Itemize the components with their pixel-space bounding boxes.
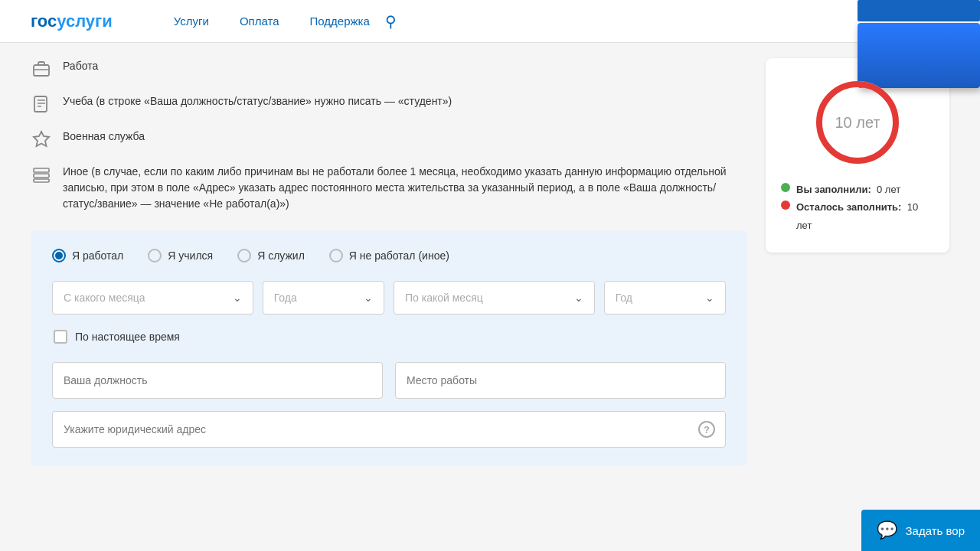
layers-icon (31, 164, 52, 185)
header-top-button[interactable] (858, 0, 980, 21)
filled-dot (781, 183, 790, 192)
position-input[interactable] (52, 362, 383, 399)
search-icon[interactable]: ⚲ (385, 12, 397, 31)
radio-group: Я работал Я учился Я служил Я не работал… (52, 249, 726, 262)
header: госуслуги Услуги Оплата Поддержка ⚲ (0, 0, 980, 43)
form-section: Я работал Я учился Я служил Я не работал… (31, 230, 747, 466)
list-item: Учеба (в строке «Ваша должность/статус/з… (31, 93, 747, 115)
radio-served-circle (237, 249, 251, 262)
position-workplace-row (52, 362, 726, 399)
to-year-select[interactable]: Год ⌄ (604, 281, 726, 315)
svg-marker-6 (34, 132, 49, 146)
to-year-chevron-icon: ⌄ (705, 292, 714, 304)
legend-filled-text: Вы заполнили: 0 лет (796, 181, 900, 198)
from-month-select[interactable]: С какого месяца ⌄ (52, 281, 253, 315)
radio-studied-label: Я учился (168, 249, 213, 262)
radio-served-label: Я служил (257, 249, 305, 262)
header-right-buttons (858, 0, 980, 88)
progress-legend: Вы заполнили: 0 лет Осталось заполнить: … (781, 181, 934, 234)
help-icon[interactable]: ? (698, 421, 715, 438)
chat-icon: 💬 (877, 520, 897, 540)
logo-uslugi: услуги (57, 11, 113, 31)
present-checkbox-label: По настоящее время (75, 331, 180, 343)
present-checkbox[interactable] (54, 330, 67, 344)
address-input[interactable] (52, 411, 726, 448)
logo: госуслуги (31, 11, 113, 31)
svg-rect-0 (34, 65, 49, 76)
from-year-select[interactable]: Года ⌄ (263, 281, 384, 315)
chat-label: Задать вор (905, 524, 965, 537)
work-text: Работа (63, 58, 747, 74)
workplace-input[interactable] (395, 362, 726, 399)
circle-label: 10 лет (835, 114, 880, 132)
info-list: Работа Учеба (в строке «Ваша должность/с… (31, 58, 747, 212)
date-row: С какого месяца ⌄ Года ⌄ По какой месяц … (52, 281, 726, 315)
to-month-label: По какой месяц (405, 292, 483, 304)
list-item: Иное (в случае, если по каким либо причи… (31, 164, 747, 212)
checkbox-row: По настоящее время (52, 330, 726, 344)
nav-support[interactable]: Поддержка (310, 15, 370, 28)
sidebar: 10 лет Вы заполнили: 0 лет Осталось запо… (766, 58, 949, 466)
legend-remaining: Осталось заполнить: 10 лет (781, 198, 934, 234)
to-year-label: Год (616, 292, 632, 304)
legend-filled: Вы заполнили: 0 лет (781, 181, 934, 198)
from-year-label: Года (274, 292, 297, 304)
radio-notworked[interactable]: Я не работал (иное) (329, 249, 449, 262)
study-text: Учеба (в строке «Ваша должность/статус/з… (63, 93, 747, 109)
from-month-chevron-icon: ⌄ (233, 292, 242, 304)
to-month-chevron-icon: ⌄ (574, 292, 583, 304)
to-month-select[interactable]: По какой месяц ⌄ (394, 281, 595, 315)
logo-gos: гос (31, 11, 57, 31)
from-year-chevron-icon: ⌄ (364, 292, 373, 304)
progress-circle: 10 лет (812, 77, 903, 168)
radio-studied[interactable]: Я учился (148, 249, 213, 262)
radio-worked[interactable]: Я работал (52, 249, 123, 262)
list-item: Военная служба (31, 129, 747, 150)
radio-worked-label: Я работал (72, 249, 123, 262)
remaining-dot (781, 201, 790, 210)
radio-studied-circle (148, 249, 162, 262)
main-nav: Услуги Оплата Поддержка (174, 15, 370, 28)
radio-notworked-label: Я не работал (иное) (349, 249, 449, 262)
svg-rect-7 (34, 168, 49, 172)
chat-button[interactable]: 💬 Задать вор (861, 510, 980, 551)
radio-served[interactable]: Я служил (237, 249, 305, 262)
from-month-label: С какого месяца (64, 292, 145, 304)
briefcase-icon (31, 58, 52, 80)
radio-worked-circle (52, 249, 66, 262)
nav-oplata[interactable]: Оплата (240, 15, 279, 28)
list-item: Работа (31, 58, 747, 80)
nav-uslugi[interactable]: Услуги (174, 15, 209, 28)
address-wrapper: ? (52, 411, 726, 448)
other-text: Иное (в случае, если по каким либо причи… (63, 164, 747, 212)
svg-rect-9 (34, 179, 49, 182)
svg-rect-2 (34, 96, 47, 112)
legend-remaining-text: Осталось заполнить: 10 лет (796, 198, 934, 234)
main-content: Работа Учеба (в строке «Ваша должность/с… (0, 43, 980, 481)
star-icon (31, 129, 52, 150)
book-icon (31, 93, 52, 115)
radio-notworked-circle (329, 249, 343, 262)
military-text: Военная служба (63, 129, 747, 145)
content-area: Работа Учеба (в строке «Ваша должность/с… (31, 58, 747, 466)
svg-rect-8 (34, 174, 49, 178)
